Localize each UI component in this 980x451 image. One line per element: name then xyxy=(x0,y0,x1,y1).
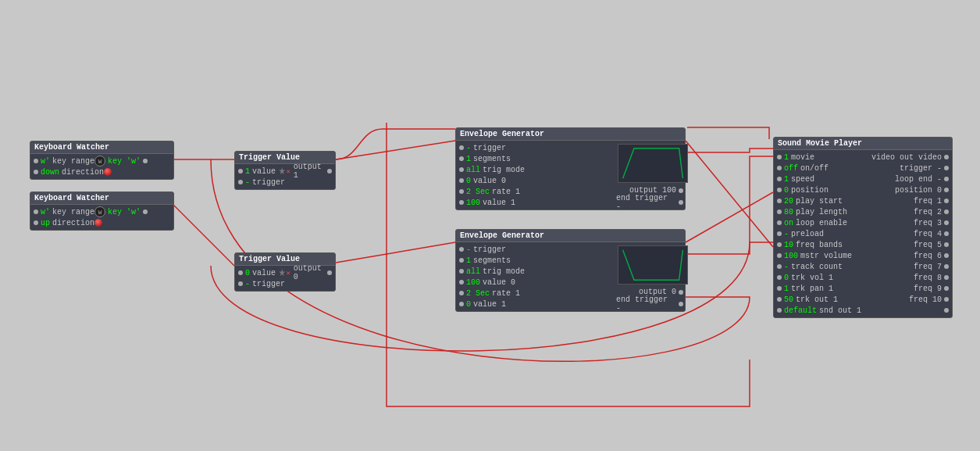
smp-position-port[interactable] xyxy=(777,188,782,192)
smp-freq8-port[interactable] xyxy=(944,275,949,280)
smp-trkout1-label: trk out 1 xyxy=(796,295,909,304)
kw1-key-out-port[interactable] xyxy=(143,159,148,163)
tv2-x-icon[interactable]: ✕ xyxy=(286,269,290,277)
env2-output-port[interactable] xyxy=(679,290,683,295)
smp-sndout1-port[interactable] xyxy=(777,308,782,313)
smp-freq3-label: freq 3 xyxy=(914,219,942,227)
kw2-dir-val: up xyxy=(41,219,50,227)
smp-trkpan1-port[interactable] xyxy=(777,286,782,291)
smp-freq10-port[interactable] xyxy=(944,297,949,302)
smp-position-out-label: position 0 xyxy=(895,186,942,195)
tv2-value: 0 xyxy=(245,269,250,277)
smp-speed-port[interactable] xyxy=(777,177,782,181)
env2-value1-val: 0 xyxy=(466,300,471,309)
smp-freq4-port[interactable] xyxy=(944,231,949,236)
kw2-key-val: w' xyxy=(41,208,50,217)
env1-value0-port[interactable] xyxy=(459,178,464,183)
smp-onoff-port[interactable] xyxy=(777,166,782,170)
smp-preload-port[interactable] xyxy=(777,231,782,236)
smp-freqbands-port[interactable] xyxy=(777,242,782,247)
kw2-direction-port[interactable] xyxy=(34,220,38,225)
env2-title: Envelope Generator xyxy=(456,230,685,242)
smp-mstrvolume-port[interactable] xyxy=(777,253,782,258)
env1-value1-port[interactable] xyxy=(459,200,464,205)
kw1-watch-icon[interactable]: W xyxy=(94,156,105,166)
tv1-gear-icon[interactable] xyxy=(279,167,285,175)
env1-endtrig-port[interactable] xyxy=(679,200,683,205)
tv2-trigger-port[interactable] xyxy=(238,281,243,286)
smp-loopend-label: loop end - xyxy=(895,175,942,184)
smp-freq7-port[interactable] xyxy=(944,264,949,269)
smp-playstart-port[interactable] xyxy=(777,199,782,203)
tv1-value-port[interactable] xyxy=(238,169,243,174)
tv1-value: 1 xyxy=(245,167,250,176)
env2-segments-val: 1 xyxy=(466,256,471,265)
smp-freq5-port[interactable] xyxy=(944,242,949,247)
smp-sndout1-out-port[interactable] xyxy=(944,308,949,313)
tv2-value-port[interactable] xyxy=(238,270,243,275)
smp-freq1-port[interactable] xyxy=(944,199,949,203)
smp-trigger-label: trigger - xyxy=(900,164,942,173)
smp-trkvol1-val: 0 xyxy=(784,274,789,282)
kw2-key-range-port[interactable] xyxy=(34,209,38,214)
env2-value1-port[interactable] xyxy=(459,302,464,306)
smp-freqbands-val: 10 xyxy=(784,241,793,249)
env1-trigger-port[interactable] xyxy=(459,145,464,150)
smp-loopenable-val: on xyxy=(784,219,793,227)
smp-loopenable-label: loop enable xyxy=(796,219,914,227)
env1-rate1-label: rate 1 xyxy=(492,188,520,196)
smp-trkout1-port[interactable] xyxy=(777,297,782,302)
smp-freq6-port[interactable] xyxy=(944,253,949,258)
smp-playlength-port[interactable] xyxy=(777,209,782,214)
smp-trackcount-val: - xyxy=(784,263,789,271)
kw2-direction-knob[interactable] xyxy=(94,219,102,227)
kw1-key-range-port[interactable] xyxy=(34,159,38,163)
smp-loopend-port[interactable] xyxy=(944,177,949,181)
env2-rate1-val: 2 Sec xyxy=(466,289,490,298)
smp-trkvol1-port[interactable] xyxy=(777,275,782,280)
kw1-title: Keyboard Watcher xyxy=(30,141,173,154)
env2-segments-port[interactable] xyxy=(459,258,464,263)
kw2-watch-icon[interactable]: W xyxy=(94,206,105,217)
tv1-x-icon[interactable]: ✕ xyxy=(286,167,290,176)
smp-trkpan1-label: trk pan 1 xyxy=(791,285,914,293)
smp-freq3-port[interactable] xyxy=(944,220,949,225)
tv1-trigger-val: - xyxy=(245,178,250,187)
keyboard-watcher-2: Keyboard Watcher w' key range W key 'w' … xyxy=(30,191,174,231)
smp-playstart-label: play start xyxy=(796,197,914,206)
kw2-key-out-port[interactable] xyxy=(143,209,148,214)
smp-freq9-port[interactable] xyxy=(944,286,949,291)
smp-movie-port[interactable] xyxy=(777,155,782,159)
smp-videoout-port[interactable] xyxy=(944,155,949,159)
smp-onoff-val: off xyxy=(784,164,798,173)
tv2-output-port[interactable] xyxy=(327,270,332,275)
tv2-gear-icon[interactable] xyxy=(279,269,285,277)
kw1-key-val: w' xyxy=(41,157,50,166)
env1-endtrig-label: end trigger - xyxy=(616,194,676,211)
env2-trigger-port[interactable] xyxy=(459,247,464,252)
env2-value0-port[interactable] xyxy=(459,280,464,285)
env2-endtrig-port[interactable] xyxy=(679,302,683,306)
env2-trigmode-port[interactable] xyxy=(459,269,464,274)
tv1-trigger-port[interactable] xyxy=(238,180,243,184)
smp-position-out-port[interactable] xyxy=(944,188,949,192)
tv1-output-port[interactable] xyxy=(327,169,332,174)
smp-trackcount-port[interactable] xyxy=(777,264,782,269)
env1-segments-port[interactable] xyxy=(459,156,464,161)
kw1-direction-port[interactable] xyxy=(34,170,38,174)
env1-segments-label: segments xyxy=(473,155,511,163)
smp-position-label: position xyxy=(791,186,895,195)
smp-freq2-label: freq 2 xyxy=(914,208,942,217)
env2-rate1-port[interactable] xyxy=(459,291,464,295)
smp-trigger-port[interactable] xyxy=(944,166,949,170)
env1-trigmode-port[interactable] xyxy=(459,167,464,172)
tv1-trigger-label: trigger xyxy=(252,178,285,187)
smp-mstrvolume-val: 100 xyxy=(784,252,798,260)
trigger-value-2: Trigger Value 0 value ✕ output 0 - trigg… xyxy=(234,252,336,292)
smp-freq2-port[interactable] xyxy=(944,209,949,214)
env1-rate1-port[interactable] xyxy=(459,189,464,194)
kw1-direction-knob[interactable] xyxy=(104,168,112,176)
kw1-direction-label: direction xyxy=(62,168,104,177)
smp-loopenable-port[interactable] xyxy=(777,220,782,225)
env1-output-port[interactable] xyxy=(679,188,683,193)
